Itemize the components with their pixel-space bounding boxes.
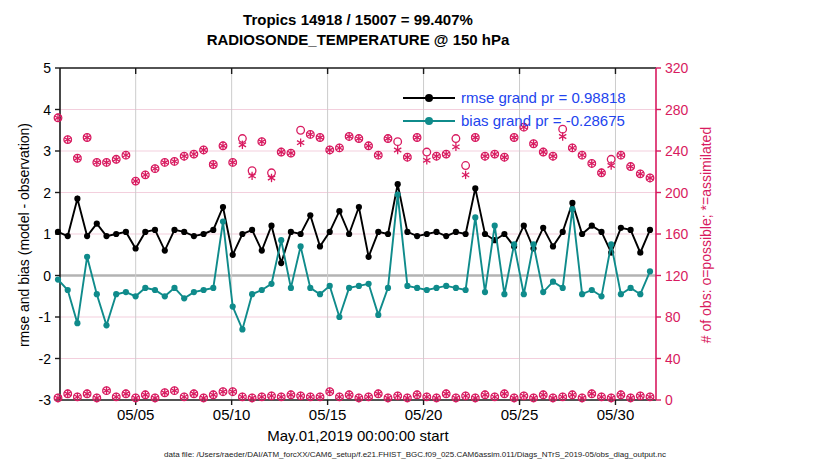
- svg-text:200: 200: [665, 185, 689, 201]
- legend-entry-rmse: rmse grand pr = 0.98818: [403, 86, 626, 109]
- svg-text:280: 280: [665, 102, 689, 118]
- right-axis-label: # of obs: o=possible; *=assimilated: [698, 85, 714, 385]
- svg-text:05/25: 05/25: [501, 406, 539, 423]
- svg-text:-2: -2: [39, 351, 52, 367]
- svg-text:5: 5: [43, 60, 51, 76]
- svg-text:05/30: 05/30: [597, 406, 635, 423]
- svg-text:0: 0: [665, 392, 673, 408]
- data-file-caption: data file: /Users/raeder/DAI/ATM_forcXX/…: [0, 450, 830, 459]
- svg-text:-1: -1: [39, 309, 52, 325]
- svg-text:3: 3: [43, 143, 51, 159]
- legend: rmse grand pr = 0.98818 bias grand pr = …: [403, 86, 626, 132]
- left-axis-label: rmse and bias (model - observation): [16, 85, 32, 385]
- svg-text:05/05: 05/05: [117, 406, 155, 423]
- legend-bias-label: bias grand pr = -0.28675: [461, 112, 625, 129]
- svg-text:4: 4: [43, 102, 51, 118]
- obs-diag-plot-page: Tropics 14918 / 15007 = 99.407% RADIOSON…: [0, 0, 830, 470]
- svg-text:40: 40: [665, 351, 681, 367]
- bias-series: [55, 192, 653, 333]
- svg-text:80: 80: [665, 309, 681, 325]
- svg-text:2: 2: [43, 185, 51, 201]
- svg-text:05/10: 05/10: [213, 406, 251, 423]
- legend-entry-bias: bias grand pr = -0.28675: [403, 109, 626, 132]
- svg-text:05/15: 05/15: [309, 406, 347, 423]
- svg-text:05/20: 05/20: [405, 406, 443, 423]
- svg-text:320: 320: [665, 60, 689, 76]
- svg-text:240: 240: [665, 143, 689, 159]
- bias-line-swatch-icon: [403, 114, 455, 128]
- x-axis-label: May.01,2019 00:00:00 start: [60, 427, 656, 444]
- svg-text:0: 0: [43, 268, 51, 284]
- svg-text:160: 160: [665, 226, 689, 242]
- svg-text:-3: -3: [39, 392, 52, 408]
- rmse-series: [55, 181, 653, 266]
- legend-rmse-label: rmse grand pr = 0.98818: [461, 89, 626, 106]
- rmse-line-swatch-icon: [403, 91, 455, 105]
- svg-text:120: 120: [665, 268, 689, 284]
- svg-text:1: 1: [43, 226, 51, 242]
